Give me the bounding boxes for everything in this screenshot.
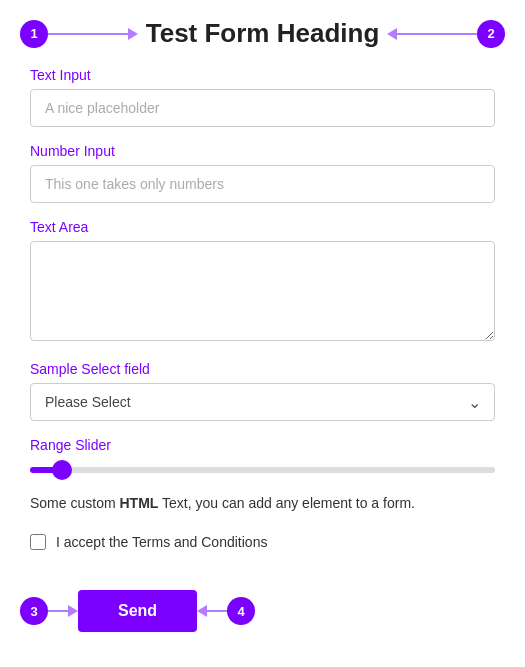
number-input[interactable] (30, 165, 495, 203)
select-wrapper: Please Select Option 1 Option 2 Option 3… (30, 383, 495, 421)
text-area-group: Text Area (30, 219, 495, 345)
page-title: Test Form Heading (138, 18, 388, 49)
custom-html-bold-text: HTML (119, 495, 158, 511)
badge-1: 1 (20, 20, 48, 48)
footer-arrow-left (197, 605, 207, 617)
text-area-label: Text Area (30, 219, 495, 235)
text-input[interactable] (30, 89, 495, 127)
number-input-label: Number Input (30, 143, 495, 159)
range-slider-group: Range Slider (30, 437, 495, 477)
header-line-right (397, 33, 477, 35)
badge-3: 3 (20, 597, 48, 625)
footer-line-right (207, 610, 227, 612)
badge-4: 4 (227, 597, 255, 625)
number-input-group: Number Input (30, 143, 495, 203)
select-field-label: Sample Select field (30, 361, 495, 377)
page-wrapper: 1 Test Form Heading 2 Text Input Number … (0, 0, 525, 667)
text-input-label: Text Input (30, 67, 495, 83)
checkbox-row: I accept the Terms and Conditions (30, 534, 495, 550)
header-line-left (48, 33, 128, 35)
select-field-group: Sample Select field Please Select Option… (30, 361, 495, 421)
arrow-right-1 (128, 28, 138, 40)
footer-arrow-right (68, 605, 78, 617)
badge-2: 2 (477, 20, 505, 48)
form-section: Text Input Number Input Text Area Sample… (0, 59, 525, 590)
footer-section: 3 Send 4 (0, 590, 525, 652)
terms-checkbox[interactable] (30, 534, 46, 550)
custom-html-text-after: Text, you can add any element to a form. (158, 495, 415, 511)
range-slider[interactable] (30, 467, 495, 473)
text-area-input[interactable] (30, 241, 495, 341)
footer-line-left (48, 610, 68, 612)
custom-html-text: Some custom HTML Text, you can add any e… (30, 493, 495, 514)
arrow-left-1 (387, 28, 397, 40)
select-input[interactable]: Please Select Option 1 Option 2 Option 3 (30, 383, 495, 421)
text-input-group: Text Input (30, 67, 495, 127)
send-button[interactable]: Send (78, 590, 197, 632)
range-slider-label: Range Slider (30, 437, 495, 453)
header-section: 1 Test Form Heading 2 (0, 0, 525, 59)
custom-html-text-before: Some custom (30, 495, 119, 511)
terms-checkbox-label[interactable]: I accept the Terms and Conditions (56, 534, 267, 550)
